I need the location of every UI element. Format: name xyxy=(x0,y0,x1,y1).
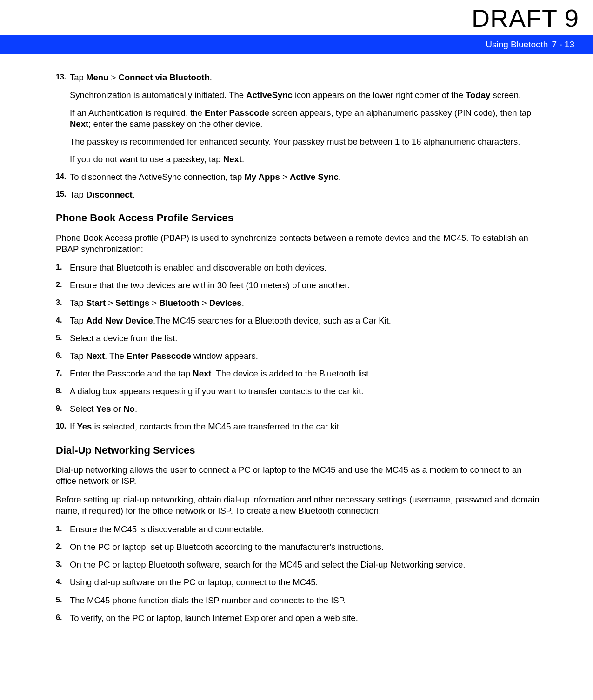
step-body: Select a device from the list. xyxy=(70,333,542,344)
text: Tap xyxy=(70,190,86,199)
step-text: On the PC or laptop, set up Bluetooth ac… xyxy=(70,542,542,553)
pbap-step-10: 10. If Yes is selected, contacts from th… xyxy=(56,421,542,432)
step-text: A dialog box appears requesting if you w… xyxy=(70,386,542,397)
bold-text: Next xyxy=(223,154,242,164)
text: . xyxy=(242,154,244,164)
step-body: On the PC or laptop Bluetooth software, … xyxy=(70,559,542,570)
step-number: 2. xyxy=(56,280,70,291)
step-number: 4. xyxy=(56,315,70,326)
pbap-step-2: 2. Ensure that the two devices are withi… xyxy=(56,280,542,291)
step-body: Select Yes or No. xyxy=(70,403,542,415)
text: window appears. xyxy=(191,351,258,361)
text: Enter the Passcode and the tap xyxy=(70,369,193,378)
step-text: If Yes is selected, contacts from the MC… xyxy=(70,421,542,432)
bold-text: Today xyxy=(466,90,490,100)
text: If xyxy=(70,422,77,431)
step-number: 14. xyxy=(56,172,70,183)
bold-text: Yes xyxy=(96,404,111,414)
step-text: Enter the Passcode and the tap Next. The… xyxy=(70,368,542,379)
step-number: 1. xyxy=(56,262,70,273)
step-text: Ensure the MC45 is discoverable and conn… xyxy=(70,524,542,535)
step-text: The passkey is recommended for enhanced … xyxy=(70,136,542,147)
text: . xyxy=(210,73,212,82)
pbap-step-3: 3. Tap Start > Settings > Bluetooth > De… xyxy=(56,297,542,309)
text: is selected, contacts from the MC45 are … xyxy=(92,422,341,431)
text: screen. xyxy=(490,90,521,100)
bold-text: Next xyxy=(70,119,88,129)
text: If you do not want to use a passkey, tap xyxy=(70,154,223,164)
step-text: Synchronization is automatically initiat… xyxy=(70,90,542,101)
step-text: Tap Disconnect. xyxy=(70,189,542,200)
step-14: 14. To disconnect the ActiveSync connect… xyxy=(56,172,542,183)
bold-text: Settings xyxy=(115,298,149,308)
step-body: Ensure the MC45 is discoverable and conn… xyxy=(70,524,542,535)
bold-text: Disconnect xyxy=(86,190,133,199)
step-body: Using dial-up software on the PC or lapt… xyxy=(70,577,542,588)
step-number: 2. xyxy=(56,542,70,553)
step-number: 4. xyxy=(56,577,70,588)
dialup-step-3: 3. On the PC or laptop Bluetooth softwar… xyxy=(56,559,542,570)
bold-text: Bluetooth xyxy=(159,298,199,308)
bold-text: Devices xyxy=(209,298,242,308)
step-text: Using dial-up software on the PC or lapt… xyxy=(70,577,542,588)
section-heading-pbap: Phone Book Access Profile Services xyxy=(56,211,542,225)
step-13: 13. Tap Menu > Connect via Bluetooth. Sy… xyxy=(56,72,542,165)
step-number: 7. xyxy=(56,368,70,379)
step-number: 10. xyxy=(56,421,70,432)
step-body: Tap Menu > Connect via Bluetooth. Synchr… xyxy=(70,72,542,165)
pbap-step-4: 4. Tap Add New Device.The MC45 searches … xyxy=(56,315,542,326)
step-body: To disconnect the ActiveSync connection,… xyxy=(70,172,542,183)
text: > xyxy=(149,298,159,308)
step-number: 6. xyxy=(56,613,70,624)
step-number: 8. xyxy=(56,386,70,397)
dialup-step-2: 2. On the PC or laptop, set up Bluetooth… xyxy=(56,542,542,553)
step-number: 1. xyxy=(56,524,70,535)
text: . xyxy=(135,404,137,414)
text: If an Authentication is required, the xyxy=(70,108,205,118)
text: icon appears on the lower right corner o… xyxy=(293,90,466,100)
text: Tap xyxy=(70,298,86,308)
step-number: 3. xyxy=(56,297,70,309)
text: > xyxy=(200,298,209,308)
text: Synchronization is automatically initiat… xyxy=(70,90,246,100)
pbap-step-6: 6. Tap Next. The Enter Passcode window a… xyxy=(56,350,542,362)
page-header-bar: Using Bluetooth 7 - 13 xyxy=(0,35,593,54)
text: Tap xyxy=(70,316,86,325)
step-text: To verify, on the PC or laptop, launch I… xyxy=(70,613,542,624)
section-intro: Before setting up dial-up networking, ob… xyxy=(56,494,542,516)
step-text: If you do not want to use a passkey, tap… xyxy=(70,154,542,165)
step-body: Ensure that Bluetooth is enabled and dis… xyxy=(70,262,542,273)
section-intro: Dial-up networking allows the user to co… xyxy=(56,464,542,487)
dialup-step-6: 6. To verify, on the PC or laptop, launc… xyxy=(56,613,542,624)
text: . xyxy=(242,298,244,308)
step-body: The MC45 phone function dials the ISP nu… xyxy=(70,595,542,606)
dialup-step-1: 1. Ensure the MC45 is discoverable and c… xyxy=(56,524,542,535)
bold-text: Enter Passcode xyxy=(205,108,269,118)
bold-text: Next xyxy=(86,351,105,361)
section-intro: Phone Book Access profile (PBAP) is used… xyxy=(56,232,542,255)
step-number: 5. xyxy=(56,595,70,606)
step-text: Ensure that Bluetooth is enabled and dis… xyxy=(70,262,542,273)
step-body: Tap Start > Settings > Bluetooth > Devic… xyxy=(70,297,542,309)
text: Select xyxy=(70,404,96,414)
bold-text: Menu xyxy=(86,73,108,82)
text: Tap xyxy=(70,73,86,82)
step-15: 15. Tap Disconnect. xyxy=(56,189,542,200)
text: screen appears, type an alphanumeric pas… xyxy=(269,108,532,118)
bold-text: Yes xyxy=(77,422,92,431)
bold-text: Next xyxy=(193,369,211,378)
bold-text: ActiveSync xyxy=(246,90,293,100)
pbap-step-8: 8. A dialog box appears requesting if yo… xyxy=(56,386,542,397)
pbap-step-7: 7. Enter the Passcode and the tap Next. … xyxy=(56,368,542,379)
header-page-number: 7 - 13 xyxy=(552,40,574,50)
page-content: 13. Tap Menu > Connect via Bluetooth. Sy… xyxy=(56,72,542,630)
step-text: Ensure that the two devices are within 3… xyxy=(70,280,542,291)
text: . xyxy=(339,172,341,182)
dialup-step-4: 4. Using dial-up software on the PC or l… xyxy=(56,577,542,588)
step-text: Select a device from the list. xyxy=(70,333,542,344)
step-text: Select Yes or No. xyxy=(70,403,542,415)
dialup-step-5: 5. The MC45 phone function dials the ISP… xyxy=(56,595,542,606)
step-text: Tap Menu > Connect via Bluetooth. xyxy=(70,72,542,83)
header-title: Using Bluetooth xyxy=(486,40,548,50)
draft-watermark: DRAFT 9 xyxy=(472,4,579,33)
